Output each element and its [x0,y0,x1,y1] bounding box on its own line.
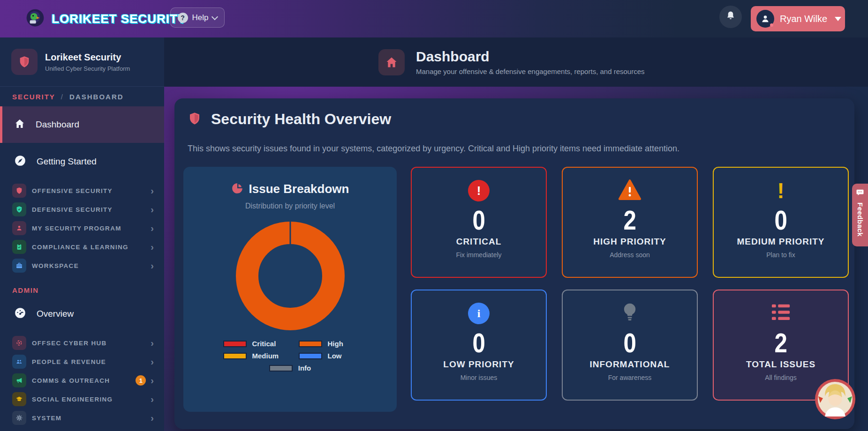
compass-icon [14,155,26,169]
stat-label: LOW PRIORITY [412,359,546,370]
legend-item-medium: Medium [223,352,282,360]
sidebar-item-label: DEFENSIVE SECURITY [32,206,151,213]
section-title: Security Health Overview [211,111,391,128]
stat-card-grid: 0 CRITICAL Fix immediately 2 HIGH PRIORI… [411,167,849,412]
sidebar-admin-group: OFFSEC CYBER HUB PEOPLE & REVENUE COMMS … [0,334,164,427]
sidebar-item-label: WORKSPACE [32,262,151,269]
home-icon [378,49,405,75]
people-icon [12,221,26,235]
sidebar-item-label: COMPLIANCE & LEARNING [32,244,151,251]
notification-badge: 1 [136,375,146,386]
app-tagline: Unified Cyber Security Platform [45,65,130,72]
stat-sublabel: Plan to fix [714,251,848,259]
legend-swatch [223,341,247,347]
feedback-label: Feedback [856,202,864,237]
briefcase-icon [12,259,26,273]
legend-label: Low [328,352,342,360]
donut-chart [183,222,397,330]
sidebar-item-getting-started[interactable]: Getting Started [0,147,164,177]
sidebar-item-compliance-learning[interactable]: COMPLIANCE & LEARNING [0,238,164,256]
legend-item-high: High [299,340,357,348]
stat-value: 0 [412,329,546,357]
stat-value: 0 [412,206,546,235]
stat-sublabel: Address soon [563,251,697,259]
chart-subtitle: Distribution by priority level [183,202,397,210]
sidebar-item-label: SYSTEM [32,415,151,422]
legend-item-low: Low [299,352,357,360]
feedback-tab[interactable]: Feedback [852,184,868,246]
chevron-right-icon [151,376,154,385]
app-logo[interactable]: LORIKEET SECURITY [25,8,186,30]
sidebar-app-header: Lorikeet Security Unified Cyber Security… [0,37,164,87]
people-icon [12,355,26,369]
shield-icon [188,111,202,127]
home-icon [14,118,25,131]
stat-card-low-priority[interactable]: 0 LOW PRIORITY Minor issues [411,290,547,401]
legend-swatch [299,353,322,359]
chevron-right-icon [151,261,154,270]
question-icon: ? [178,13,188,23]
sidebar-section-group: OFFENSIVE SECURITY DEFENSIVE SECURITY MY… [0,181,164,275]
stat-label: CRITICAL [412,237,546,247]
sidebar-item-label: Dashboard [36,119,79,130]
legend-swatch [299,341,322,347]
sidebar-item-offensive-security[interactable]: OFFENSIVE SECURITY [0,181,164,200]
breadcrumb-section[interactable]: SECURITY [12,93,55,101]
sidebar-item-label: Getting Started [37,156,97,167]
pie-chart-icon [231,182,243,196]
speech-bubble-icon [856,188,864,199]
alert-circle-icon [468,180,490,201]
assistant-avatar[interactable] [815,379,856,420]
lightbulb-icon [620,302,640,325]
page-header: Dashboard Manage your offensive & defens… [164,37,868,87]
graduation-cap-icon [12,392,26,406]
main-content: Dashboard Manage your offensive & defens… [164,37,868,431]
breadcrumb-separator: / [58,93,67,101]
stat-card-medium-priority[interactable]: 0 MEDIUM PRIORITY Plan to fix [713,167,849,278]
security-health-overview-card: Security Health Overview This shows secu… [174,98,854,429]
sidebar-item-my-security-program[interactable]: MY SECURITY PROGRAM [0,219,164,238]
admin-section-label: ADMIN [0,275,164,299]
stat-label: MEDIUM PRIORITY [714,237,848,247]
sidebar-item-comms-outreach[interactable]: COMMS & OUTREACH 1 [0,371,164,390]
info-circle-icon [468,303,490,324]
chevron-right-icon [151,223,154,233]
sidebar-item-overview[interactable]: Overview [0,299,164,329]
stat-card-high-priority[interactable]: 2 HIGH PRIORITY Address soon [562,167,698,278]
sidebar-item-people-revenue[interactable]: PEOPLE & REVENUE [0,352,164,371]
legend-label: Medium [252,352,279,360]
sidebar-item-label: SOCIAL ENGINEERING [32,396,151,403]
sidebar-item-social-engineering[interactable]: SOCIAL ENGINEERING [0,390,164,409]
lorikeet-mascot-icon [25,8,45,30]
sidebar-item-offsec-cyber-hub[interactable]: OFFSEC CYBER HUB [0,334,164,352]
top-navbar: LORIKEET SECURITY ? Help Ryan Wilke [0,0,868,37]
stat-value: 2 [714,329,848,357]
stat-sublabel: Minor issues [412,374,546,381]
target-icon [12,336,26,350]
sidebar-item-label: OFFENSIVE SECURITY [32,187,151,194]
sidebar-item-defensive-security[interactable]: DEFENSIVE SECURITY [0,200,164,219]
notifications-button[interactable] [719,6,742,28]
sidebar-item-system[interactable]: SYSTEM [0,409,164,427]
stat-label: INFORMATIONAL [563,359,697,370]
list-icon [770,303,792,324]
chevron-right-icon [151,394,154,404]
dropdown-caret-icon [835,17,841,21]
stat-value: 0 [563,329,697,357]
stat-card-critical[interactable]: 0 CRITICAL Fix immediately [411,167,547,278]
stat-value: 2 [563,206,697,235]
status-dot [770,23,773,27]
chart-title: Issue Breakdown [249,182,349,196]
sidebar-item-label: OFFSEC CYBER HUB [32,340,151,347]
breadcrumb: SECURITY / DASHBOARD [0,87,164,106]
stat-card-informational[interactable]: 0 INFORMATIONAL For awareness [562,290,698,401]
stat-sublabel: Fix immediately [412,251,546,259]
chevron-right-icon [151,242,154,252]
user-menu-button[interactable]: Ryan Wilke [751,6,845,31]
megaphone-icon [12,373,26,387]
shield-icon [12,184,26,198]
sidebar-item-workspace[interactable]: WORKSPACE [0,256,164,275]
help-button[interactable]: ? Help [170,7,225,28]
sidebar-item-dashboard[interactable]: Dashboard [0,106,164,143]
sidebar-item-label: MY SECURITY PROGRAM [32,225,151,232]
